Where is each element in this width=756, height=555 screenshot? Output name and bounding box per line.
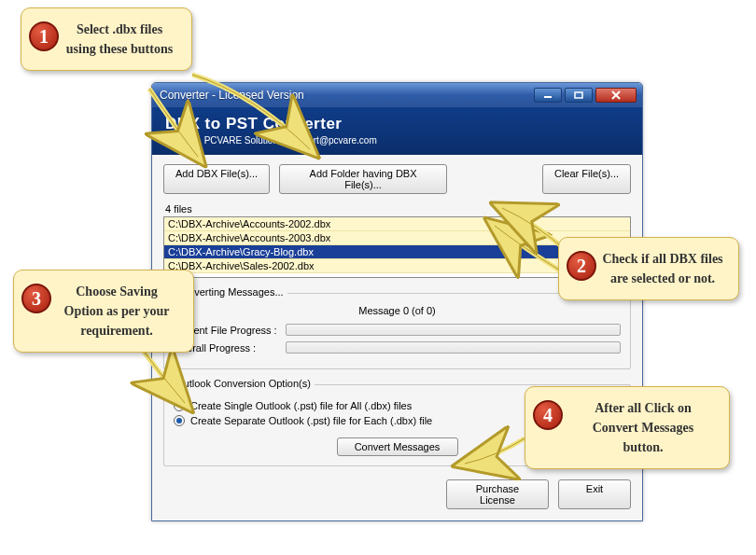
options-legend: Outlook Conversion Option(s) — [172, 378, 315, 389]
titlebar[interactable]: Converter - Licensed Version — [152, 83, 642, 107]
callout-1: 1 Select .dbx files using these buttons — [21, 7, 192, 71]
callout-3: 3 Choose Saving Option as per your requi… — [13, 270, 194, 353]
exit-button[interactable]: Exit — [558, 479, 631, 509]
list-item[interactable]: C:\DBX-Archive\Accounts-2002.dbx — [164, 217, 630, 231]
overall-progress-bar — [286, 341, 621, 354]
copyright-text: (C) 2011 PCVARE Solutions, support@pcvar… — [165, 135, 629, 146]
radio-single[interactable] — [174, 400, 185, 411]
progress-group: Converting Messages... Message 0 (of 0) … — [163, 293, 631, 369]
product-name: DBX to PST Converter — [165, 115, 629, 133]
callout-4: 4 After all Click on Convert Messages bu… — [525, 386, 730, 469]
minimize-button[interactable] — [534, 88, 562, 103]
current-progress-bar — [286, 324, 621, 336]
callout-badge-2: 2 — [567, 251, 596, 281]
callout-2-text: Check if all DBX files are selected or n… — [602, 252, 722, 285]
convert-messages-button[interactable]: Convert Messages — [337, 437, 458, 456]
close-button[interactable] — [595, 88, 637, 103]
clear-files-button[interactable]: Clear File(s)... — [542, 164, 631, 194]
callout-3-text: Choose Saving Option as per your require… — [64, 284, 170, 338]
maximize-button[interactable] — [565, 88, 593, 103]
callout-badge-4: 4 — [533, 400, 563, 430]
svg-rect-0 — [544, 96, 552, 98]
purchase-license-button[interactable]: Purchase License — [446, 479, 549, 509]
option-single-label: Create Single Outlook (.pst) file for Al… — [190, 400, 412, 411]
window-title: Converter - Licensed Version — [160, 89, 531, 102]
add-dbx-file-button[interactable]: Add DBX File(s)... — [163, 164, 270, 194]
callout-4-text: After all Click on Convert Messages butt… — [593, 401, 693, 454]
add-folder-button[interactable]: Add Folder having DBX File(s)... — [279, 164, 447, 194]
radio-separate[interactable] — [174, 415, 185, 426]
callout-badge-1: 1 — [29, 21, 59, 51]
product-banner: DBX to PST Converter (C) 2011 PCVARE Sol… — [152, 107, 642, 155]
callout-badge-3: 3 — [21, 284, 51, 313]
option-separate-label: Create Separate Outlook (.pst) file for … — [190, 415, 432, 426]
callout-1-text: Select .dbx files using these buttons — [66, 22, 173, 56]
message-counter: Message 0 (of 0) — [174, 305, 621, 316]
file-count-label: 4 files — [165, 203, 631, 215]
svg-rect-1 — [575, 92, 582, 98]
callout-2: 2 Check if all DBX files are selected or… — [558, 237, 739, 300]
